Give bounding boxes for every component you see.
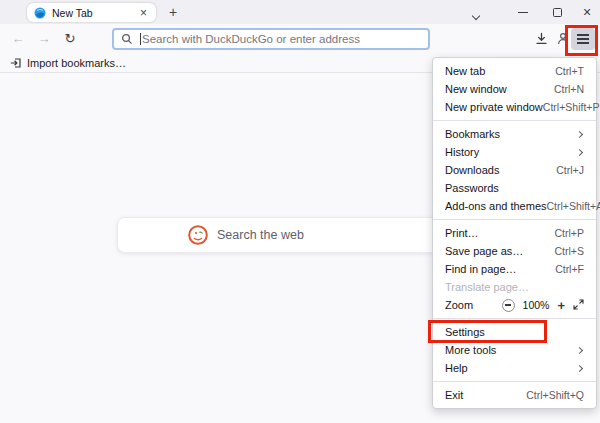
menu-item-label: More tools <box>445 344 577 356</box>
menu-item-label: Help <box>445 362 577 374</box>
address-placeholder: Search with DuckDuckGo or enter address <box>142 33 360 45</box>
menu-item-translate-page: Translate page… <box>433 278 596 296</box>
menu-item-downloads[interactable]: DownloadsCtrl+J <box>433 161 596 179</box>
menu-item-label: Exit <box>445 389 526 401</box>
forward-button[interactable]: → <box>32 24 56 53</box>
menu-item-label: Translate page… <box>445 281 584 293</box>
menu-item-bookmarks[interactable]: Bookmarks <box>433 125 596 143</box>
minimize-icon <box>518 12 528 13</box>
tab-new-tab[interactable]: New Tab × <box>27 3 156 22</box>
menu-item-label: Print… <box>445 227 555 239</box>
menu-item-shortcut: Ctrl+P <box>555 227 584 239</box>
list-all-tabs-button[interactable] <box>473 9 481 17</box>
submenu-chevron-icon <box>576 148 583 155</box>
menu-separator <box>433 120 596 121</box>
text-caret <box>140 33 141 45</box>
maximize-button[interactable] <box>542 0 572 24</box>
minus-icon <box>505 304 511 305</box>
nav-toolbar: ← → ↻ Search with DuckDuckGo or enter ad… <box>0 24 600 53</box>
app-menu: New tabCtrl+TNew windowCtrl+NNew private… <box>432 57 597 409</box>
menu-item-passwords[interactable]: Passwords <box>433 179 596 197</box>
zoom-out-button[interactable] <box>502 299 515 312</box>
menu-item-shortcut: Ctrl+T <box>555 65 584 77</box>
menu-item-label: Bookmarks <box>445 128 577 140</box>
menu-item-find-in-page[interactable]: Find in page…Ctrl+F <box>433 260 596 278</box>
menu-item-label: History <box>445 146 577 158</box>
submenu-chevron-icon <box>576 130 583 137</box>
download-icon <box>535 32 548 45</box>
duckduckgo-icon <box>188 225 208 245</box>
menu-item-label: New window <box>445 83 554 95</box>
menu-item-new-private-window[interactable]: New private windowCtrl+Shift+P <box>433 98 596 116</box>
search-icon <box>121 33 133 45</box>
menu-item-label: Save page as… <box>445 245 555 257</box>
tab-title: New Tab <box>52 7 138 19</box>
menu-item-shortcut: Ctrl+Shift+A <box>547 200 600 212</box>
fullscreen-button[interactable] <box>573 299 584 312</box>
menu-item-label: New private window <box>445 101 543 113</box>
submenu-chevron-icon <box>576 346 583 353</box>
address-bar[interactable]: Search with DuckDuckGo or enter address <box>112 28 430 50</box>
browser-window: New Tab × + × ← → ↻ Search with DuckDuck… <box>0 0 600 423</box>
menu-item-label: Zoom <box>445 299 502 311</box>
import-bookmarks-label: Import bookmarks… <box>27 57 126 69</box>
menu-item-label: Find in page… <box>445 263 555 275</box>
reload-button[interactable]: ↻ <box>58 24 82 53</box>
menu-item-print[interactable]: Print…Ctrl+P <box>433 224 596 242</box>
import-icon <box>10 57 22 69</box>
menu-item-settings[interactable]: Settings <box>433 323 596 341</box>
web-search-field[interactable]: Search the web <box>117 217 483 253</box>
zoom-level-value: 100% <box>523 299 550 311</box>
menu-item-save-page-as[interactable]: Save page as…Ctrl+S <box>433 242 596 260</box>
menu-item-shortcut: Ctrl+S <box>555 245 584 257</box>
downloads-button[interactable] <box>530 24 552 53</box>
minimize-button[interactable] <box>508 0 538 24</box>
settings-highlight-box <box>428 320 547 343</box>
menu-item-shortcut: Ctrl+Shift+P <box>543 101 600 113</box>
menu-item-label: Passwords <box>445 182 584 194</box>
tab-strip: New Tab × + × <box>0 0 600 24</box>
new-tab-button[interactable]: + <box>164 4 182 21</box>
maximize-icon <box>553 8 562 17</box>
zoom-controls: 100%+ <box>502 299 584 312</box>
menu-item-shortcut: Ctrl+J <box>556 164 584 176</box>
submenu-chevron-icon <box>576 364 583 371</box>
menu-item-shortcut: Ctrl+F <box>555 263 584 275</box>
menu-item-new-tab[interactable]: New tabCtrl+T <box>433 62 596 80</box>
chevron-down-icon <box>472 12 480 20</box>
menu-button-highlight-box <box>565 25 598 56</box>
menu-item-exit[interactable]: ExitCtrl+Shift+Q <box>433 386 596 404</box>
close-window-button[interactable]: × <box>572 0 600 24</box>
web-search-placeholder: Search the web <box>217 228 304 242</box>
menu-item-shortcut: Ctrl+Shift+Q <box>526 389 584 401</box>
menu-separator <box>433 219 596 220</box>
menu-item-add-ons-and-themes[interactable]: Add-ons and themesCtrl+Shift+A <box>433 197 596 215</box>
tab-close-icon[interactable]: × <box>138 6 149 20</box>
menu-item-history[interactable]: History <box>433 143 596 161</box>
back-button[interactable]: ← <box>6 24 30 53</box>
menu-item-label: New tab <box>445 65 555 77</box>
menu-item-label: Add-ons and themes <box>445 200 547 212</box>
menu-item-new-window[interactable]: New windowCtrl+N <box>433 80 596 98</box>
zoom-in-button[interactable]: + <box>557 299 565 312</box>
menu-item-label: Downloads <box>445 164 556 176</box>
menu-separator <box>433 381 596 382</box>
tab-favicon-icon <box>34 7 46 19</box>
menu-item-help[interactable]: Help <box>433 359 596 377</box>
menu-item-zoom[interactable]: Zoom100%+ <box>433 296 596 314</box>
menu-item-more-tools[interactable]: More tools <box>433 341 596 359</box>
close-icon: × <box>583 5 591 19</box>
menu-item-shortcut: Ctrl+N <box>554 83 584 95</box>
import-bookmarks-button[interactable]: Import bookmarks… <box>10 57 126 69</box>
menu-separator <box>433 318 596 319</box>
